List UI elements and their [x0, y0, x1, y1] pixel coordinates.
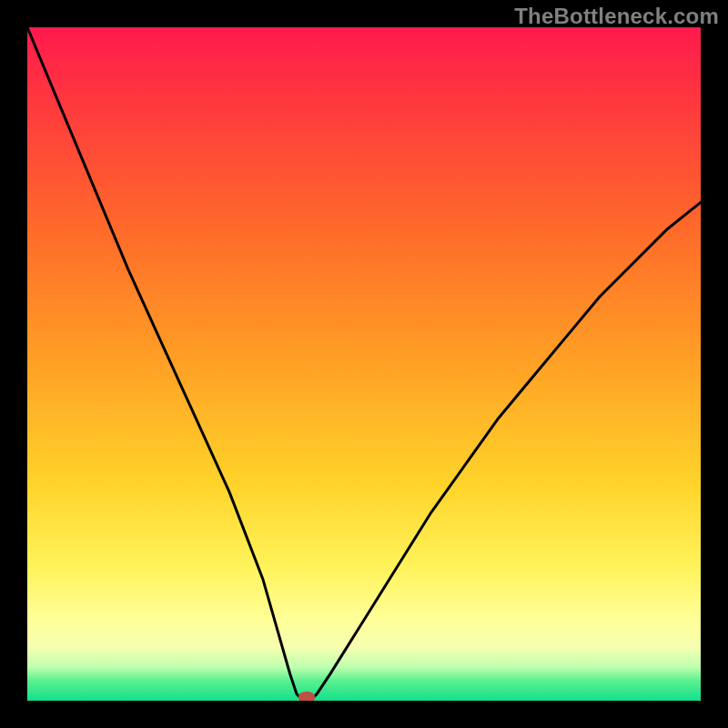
chart-svg: [27, 27, 701, 701]
plot-area: [27, 27, 701, 701]
chart-frame: TheBottleneck.com: [0, 0, 728, 728]
bottleneck-curve: [27, 27, 701, 701]
watermark-text: TheBottleneck.com: [514, 4, 719, 29]
optimal-point-marker: [298, 692, 315, 701]
